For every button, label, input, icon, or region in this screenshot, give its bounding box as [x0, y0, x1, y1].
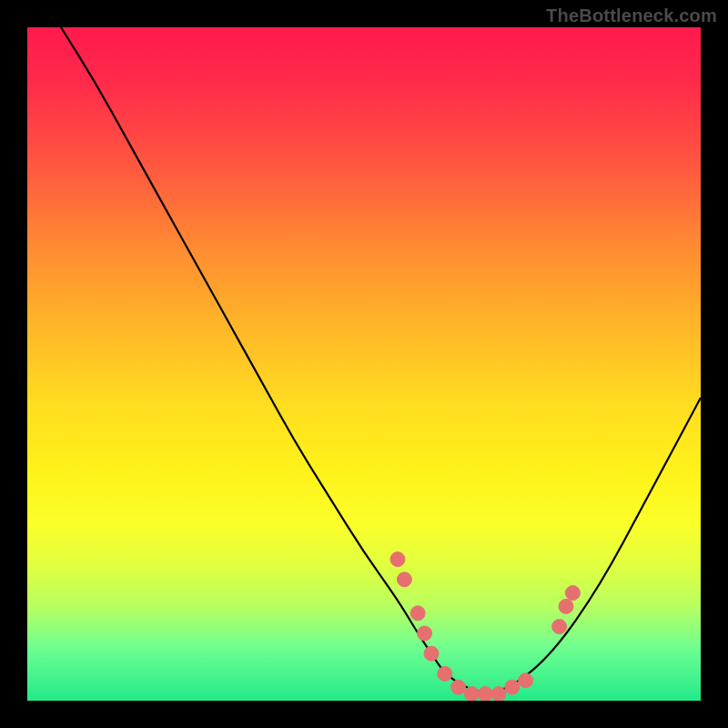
scatter-dots-group [390, 552, 580, 701]
scatter-dot [410, 606, 425, 621]
scatter-dot [491, 687, 506, 701]
scatter-dot [438, 666, 452, 681]
scatter-dot [397, 572, 411, 587]
scatter-dot [505, 680, 520, 694]
scatter-dot [451, 680, 466, 694]
scatter-dot [424, 646, 439, 661]
watermark-text: TheBottleneck.com [546, 5, 717, 26]
chart-svg [27, 27, 701, 701]
scatter-dot [464, 687, 479, 701]
bottleneck-curve [61, 27, 701, 693]
scatter-dot [565, 586, 580, 601]
scatter-dot [552, 620, 567, 634]
scatter-dot [390, 552, 405, 567]
scatter-dot [418, 626, 432, 641]
scatter-dot [559, 599, 573, 613]
scatter-dot [478, 687, 492, 701]
scatter-dot [519, 673, 533, 688]
